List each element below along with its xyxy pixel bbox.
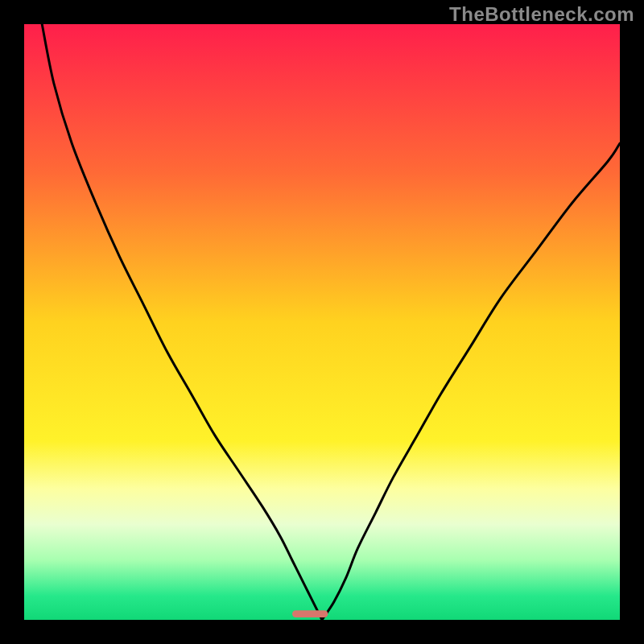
watermark-text: TheBottleneck.com xyxy=(449,3,634,26)
chart-frame: TheBottleneck.com xyxy=(0,0,644,644)
chart-svg xyxy=(0,0,644,644)
plot-background xyxy=(24,24,620,620)
minimum-marker xyxy=(292,610,328,617)
